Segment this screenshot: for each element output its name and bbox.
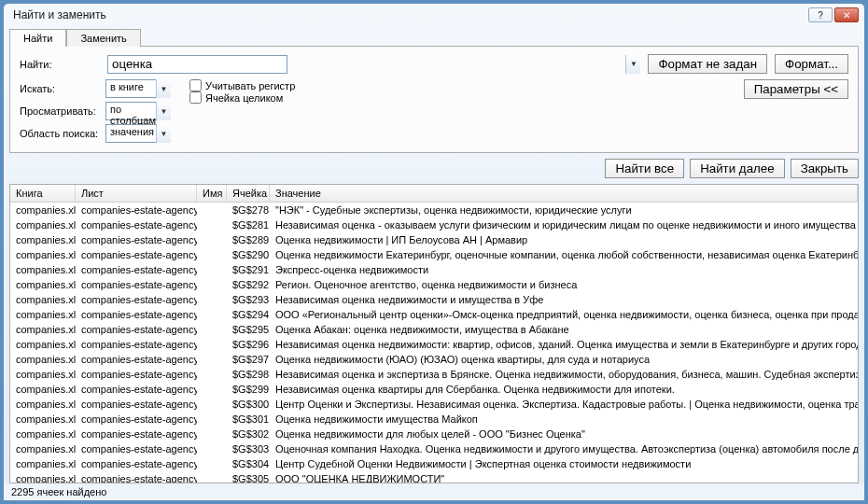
tab-find[interactable]: Найти bbox=[9, 29, 66, 47]
table-row[interactable]: companies.xlsxcompanies-estate-agency$G$… bbox=[10, 427, 858, 441]
format-none-button[interactable]: Формат не задан bbox=[648, 54, 767, 74]
window-title: Найти и заменить bbox=[13, 8, 106, 21]
format-button[interactable]: Формат... bbox=[775, 54, 848, 74]
scope-label: Область поиска: bbox=[20, 128, 100, 139]
table-row[interactable]: companies.xlsxcompanies-estate-agency$G$… bbox=[10, 262, 858, 277]
dropdown-arrow-icon[interactable]: ▼ bbox=[156, 102, 171, 120]
table-row[interactable]: companies.xlsxcompanies-estate-agency$G$… bbox=[10, 292, 858, 307]
table-row[interactable]: companies.xlsxcompanies-estate-agency$G$… bbox=[10, 397, 858, 412]
dropdown-arrow-icon[interactable]: ▼ bbox=[156, 124, 171, 143]
params-button[interactable]: Параметры << bbox=[744, 79, 848, 99]
find-next-button[interactable]: Найти далее bbox=[690, 159, 785, 178]
table-row[interactable]: companies.xlsxcompanies-estate-agency$G$… bbox=[10, 337, 858, 352]
search-in-label: Искать: bbox=[20, 83, 100, 94]
table-header: Книга Лист Имя Ячейка Значение bbox=[10, 185, 858, 203]
table-row[interactable]: companies.xlsxcompanies-estate-agency$G$… bbox=[10, 307, 858, 322]
view-label: Просматривать: bbox=[20, 105, 100, 117]
find-all-button[interactable]: Найти все bbox=[605, 159, 684, 178]
table-row[interactable]: companies.xlsxcompanies-estate-agency$G$… bbox=[10, 232, 858, 247]
dropdown-arrow-icon[interactable]: ▼ bbox=[625, 55, 640, 74]
dropdown-arrow-icon[interactable]: ▼ bbox=[156, 79, 171, 98]
table-body[interactable]: companies.xlsxcompanies-estate-agency$G$… bbox=[10, 203, 858, 483]
col-book[interactable]: Книга bbox=[10, 185, 76, 202]
action-bar: Найти все Найти далее Закрыть bbox=[4, 153, 864, 184]
match-case-checkbox[interactable]: Учитывать регистр bbox=[189, 79, 295, 91]
col-sheet[interactable]: Лист bbox=[76, 185, 197, 202]
table-row[interactable]: companies.xlsxcompanies-estate-agency$G$… bbox=[10, 352, 858, 367]
table-row[interactable]: companies.xlsxcompanies-estate-agency$G$… bbox=[10, 247, 858, 262]
table-row[interactable]: companies.xlsxcompanies-estate-agency$G$… bbox=[10, 471, 858, 483]
table-row[interactable]: companies.xlsxcompanies-estate-agency$G$… bbox=[10, 412, 858, 427]
col-name[interactable]: Имя bbox=[197, 185, 227, 202]
table-row[interactable]: companies.xlsxcompanies-estate-agency$G$… bbox=[10, 203, 858, 217]
titlebar: Найти и заменить ? ✕ bbox=[4, 4, 864, 24]
status-bar: 2295 ячеек найдено bbox=[4, 483, 864, 500]
close-window-button[interactable]: ✕ bbox=[834, 7, 859, 22]
dialog-window: Найти и заменить ? ✕ Найти Заменить Найт… bbox=[3, 3, 865, 501]
whole-cell-checkbox[interactable]: Ячейка целиком bbox=[189, 91, 295, 104]
close-button[interactable]: Закрыть bbox=[791, 159, 859, 178]
table-row[interactable]: companies.xlsxcompanies-estate-agency$G$… bbox=[10, 322, 858, 337]
tab-bar: Найти Заменить bbox=[4, 24, 864, 46]
col-value[interactable]: Значение bbox=[270, 185, 858, 202]
tab-replace[interactable]: Заменить bbox=[66, 29, 140, 47]
table-row[interactable]: companies.xlsxcompanies-estate-agency$G$… bbox=[10, 456, 858, 471]
table-row[interactable]: companies.xlsxcompanies-estate-agency$G$… bbox=[10, 367, 858, 382]
find-label: Найти: bbox=[20, 59, 100, 70]
table-row[interactable]: companies.xlsxcompanies-estate-agency$G$… bbox=[10, 441, 858, 456]
table-row[interactable]: companies.xlsxcompanies-estate-agency$G$… bbox=[10, 382, 858, 397]
find-panel: Найти: ▼ Формат не задан Формат... Искат… bbox=[9, 46, 859, 153]
table-row[interactable]: companies.xlsxcompanies-estate-agency$G$… bbox=[10, 217, 858, 232]
results-table: Книга Лист Имя Ячейка Значение companies… bbox=[9, 184, 859, 483]
col-cell[interactable]: Ячейка bbox=[227, 185, 270, 202]
table-row[interactable]: companies.xlsxcompanies-estate-agency$G$… bbox=[10, 277, 858, 292]
help-button[interactable]: ? bbox=[808, 7, 833, 22]
titlebar-buttons: ? ✕ bbox=[808, 7, 859, 22]
find-input[interactable] bbox=[107, 55, 287, 74]
